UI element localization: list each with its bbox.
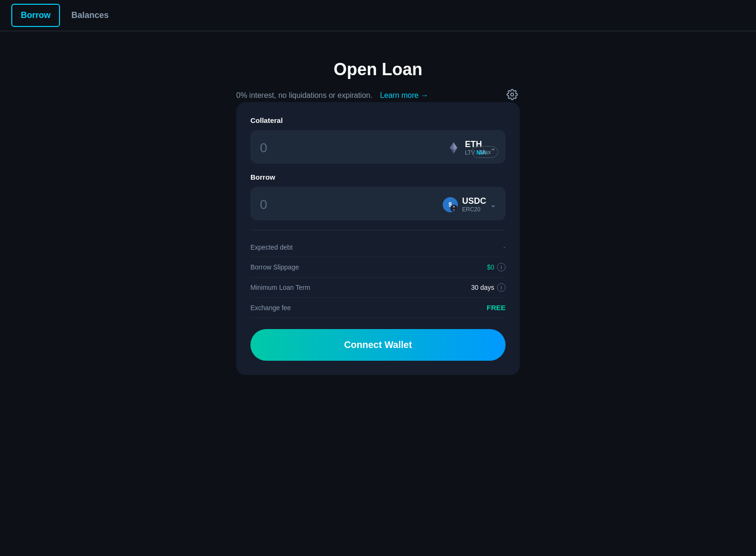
connect-wallet-button[interactable]: Connect Wallet xyxy=(250,329,506,361)
nav-bar: Borrow Balances xyxy=(0,0,756,31)
minimum-loan-term-row: Minimum Loan Term 30 days i xyxy=(250,278,506,298)
tab-borrow[interactable]: Borrow xyxy=(11,4,60,27)
svg-point-0 xyxy=(511,93,514,96)
eth-icon xyxy=(446,140,461,156)
exchange-fee-value: FREE xyxy=(487,304,506,312)
borrow-token-info: USDC ERC20 xyxy=(462,196,486,213)
borrow-token-selector[interactable]: $ USDC ERC20 ⌄ xyxy=(442,196,496,213)
borrow-label: Borrow xyxy=(250,173,506,181)
collateral-input-box: 0 ETH LTV N/A ⌄ xyxy=(250,130,506,164)
stats-section: Expected debt - Borrow Slippage $0 i Min… xyxy=(250,230,506,318)
page-title: Open Loan xyxy=(334,60,422,79)
collateral-label: Collateral xyxy=(250,116,506,124)
borrow-slippage-row: Borrow Slippage $0 i xyxy=(250,257,506,278)
main-content: Open Loan 0% interest, no liquidations o… xyxy=(0,31,756,375)
subtitle-container: 0% interest, no liquidations or expirati… xyxy=(236,89,520,102)
borrow-slippage-label: Borrow Slippage xyxy=(250,263,299,271)
exchange-fee-label: Exchange fee xyxy=(250,304,291,312)
borrow-slippage-info-icon[interactable]: i xyxy=(497,263,506,271)
borrow-chevron-icon: ⌄ xyxy=(490,200,496,209)
expected-debt-row: Expected debt - xyxy=(250,238,506,257)
expected-debt-label: Expected debt xyxy=(250,243,293,251)
borrow-token-name: USDC xyxy=(462,196,486,206)
max-button[interactable]: Max xyxy=(472,146,498,158)
gear-icon[interactable] xyxy=(507,89,520,102)
exchange-fee-row: Exchange fee FREE xyxy=(250,298,506,318)
usdc-icon: $ xyxy=(442,197,458,213)
tab-balances[interactable]: Balances xyxy=(62,2,118,29)
loan-card: Collateral 0 ETH LTV N/A xyxy=(236,102,520,375)
borrow-token-sub: ERC20 xyxy=(462,206,481,213)
borrow-slippage-value: $0 xyxy=(487,263,494,271)
expected-debt-value: - xyxy=(503,243,506,251)
collateral-amount: 0 xyxy=(260,140,267,156)
learn-more-link[interactable]: Learn more → xyxy=(380,91,428,100)
minimum-loan-term-info-icon[interactable]: i xyxy=(497,283,506,292)
borrow-amount: 0 xyxy=(260,197,267,212)
minimum-loan-term-label: Minimum Loan Term xyxy=(250,284,310,291)
subtitle-text: 0% interest, no liquidations or expirati… xyxy=(236,91,372,100)
borrow-input-box: 0 $ USDC ERC20 ⌄ xyxy=(250,187,506,220)
minimum-loan-term-value: 30 days xyxy=(471,284,494,291)
